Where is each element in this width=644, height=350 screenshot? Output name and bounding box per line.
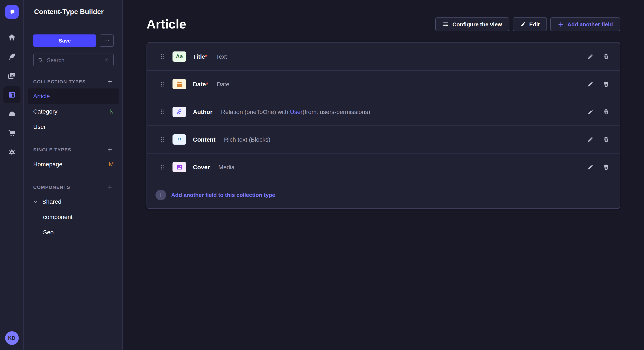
- more-options-button[interactable]: [100, 34, 114, 47]
- component-item-component[interactable]: component: [33, 209, 114, 224]
- ellipsis-icon: [104, 38, 110, 44]
- home-icon[interactable]: [3, 29, 20, 46]
- edit-field-button[interactable]: [587, 164, 594, 171]
- edit-pencil-icon: [520, 21, 526, 27]
- trash-icon: [603, 53, 610, 60]
- sidebar-item-article[interactable]: Article: [28, 88, 119, 104]
- sidebar-title: Content-Type Builder: [34, 8, 104, 16]
- plus-circle-icon: [156, 189, 166, 200]
- field-name: Author: [193, 108, 212, 115]
- blocks-field-icon: [172, 134, 186, 145]
- media-library-icon[interactable]: [3, 67, 20, 84]
- drag-handle-icon[interactable]: [159, 53, 166, 60]
- single-types-section: SINGLE TYPES HomepageM: [33, 146, 114, 172]
- required-mark: *: [205, 53, 208, 60]
- search-box: [33, 54, 114, 66]
- text-field-icon: Aa: [172, 51, 186, 61]
- edit-button[interactable]: Edit: [512, 17, 547, 31]
- pencil-icon: [587, 136, 594, 143]
- trash-icon: [603, 108, 610, 115]
- field-type: Date: [217, 81, 229, 88]
- content-manager-feather-icon[interactable]: [3, 48, 20, 65]
- add-another-field-button[interactable]: Add another field: [550, 17, 620, 31]
- add-component-button[interactable]: [106, 183, 114, 191]
- plus-icon: [107, 184, 113, 190]
- sidebar-header: Content-Type Builder: [24, 0, 122, 24]
- marketplace-cart-icon[interactable]: [3, 125, 20, 142]
- clear-search-icon[interactable]: [104, 57, 109, 62]
- component-item-seo[interactable]: Seo: [33, 224, 114, 240]
- delete-field-button[interactable]: [603, 108, 610, 115]
- content-type-builder-icon[interactable]: [3, 86, 20, 103]
- avatar-initials: KD: [8, 335, 16, 341]
- header-actions: Configure the view Edit Add another fiel…: [436, 17, 620, 31]
- pencil-icon: [587, 164, 594, 171]
- delete-field-button[interactable]: [603, 53, 610, 60]
- field-row-date: Date* Date: [147, 70, 620, 98]
- field-name: Cover: [193, 164, 210, 171]
- field-name: Content: [193, 136, 216, 143]
- drag-handle-icon[interactable]: [159, 136, 166, 143]
- page-title: Article: [146, 17, 186, 31]
- deploy-cloud-icon[interactable]: [3, 105, 20, 123]
- status-badge-n: N: [110, 108, 114, 115]
- fields-table: Aa Title* Text Date* Date: [146, 42, 620, 209]
- strapi-logo-icon: [8, 8, 16, 16]
- edit-field-button[interactable]: [587, 108, 594, 115]
- trash-icon: [603, 81, 610, 88]
- edit-field-button[interactable]: [587, 81, 594, 88]
- collection-types-section: COLLECTION TYPES Article CategoryN User: [33, 77, 114, 134]
- edit-field-button[interactable]: [587, 136, 594, 143]
- field-row-title: Aa Title* Text: [147, 42, 620, 70]
- relation-target-link[interactable]: User: [290, 108, 302, 115]
- pencil-icon: [587, 108, 594, 115]
- settings-gear-icon[interactable]: [3, 144, 20, 161]
- edit-field-button[interactable]: [587, 53, 594, 60]
- main-header: Article Configure the view Edit Add anot…: [146, 0, 620, 31]
- delete-field-button[interactable]: [603, 164, 610, 171]
- rail-footer: KD: [0, 326, 24, 350]
- configure-list-icon: [443, 21, 449, 27]
- field-type: Text: [216, 53, 227, 60]
- avatar[interactable]: KD: [5, 331, 18, 345]
- components-section: COMPONENTS Shared component Seo: [33, 183, 114, 240]
- sidebar-body: Save COLLECTION TYPES Article CategoryN: [24, 24, 122, 240]
- pencil-icon: [587, 81, 594, 88]
- sidebar-item-category[interactable]: CategoryN: [28, 104, 119, 119]
- add-collection-type-button[interactable]: [106, 78, 114, 85]
- date-field-icon: [172, 79, 186, 89]
- field-name: Title*: [193, 53, 208, 60]
- required-mark: *: [206, 81, 208, 88]
- status-badge-m: M: [109, 161, 114, 168]
- chevron-down-icon: [33, 199, 38, 204]
- plus-icon: [107, 147, 113, 153]
- add-field-row[interactable]: Add another field to this collection typ…: [147, 181, 620, 208]
- drag-handle-icon[interactable]: [159, 164, 166, 171]
- field-type: Rich text (Blocks): [224, 136, 270, 143]
- search-input[interactable]: [47, 57, 100, 63]
- field-row-author: Author Relation (oneToOne) with User(fro…: [147, 98, 620, 126]
- strapi-logo[interactable]: [5, 5, 18, 19]
- save-row: Save: [33, 34, 114, 47]
- configure-view-button[interactable]: Configure the view: [436, 17, 510, 31]
- field-name: Date*: [193, 81, 208, 88]
- sidebar-item-user[interactable]: User: [28, 119, 119, 134]
- field-row-cover: Cover Media: [147, 153, 620, 181]
- plus-icon: [107, 79, 113, 85]
- collection-types-label: COLLECTION TYPES: [33, 79, 86, 84]
- sidebar: Content-Type Builder Save COLLECTION TYP…: [24, 0, 123, 350]
- main-content: Article Configure the view Edit Add anot…: [123, 0, 644, 350]
- single-types-label: SINGLE TYPES: [33, 147, 71, 152]
- component-group-shared[interactable]: Shared: [33, 194, 114, 209]
- add-single-type-button[interactable]: [106, 146, 114, 154]
- sidebar-item-homepage[interactable]: HomepageM: [28, 157, 119, 172]
- drag-handle-icon[interactable]: [159, 108, 166, 115]
- plus-icon: [558, 21, 564, 27]
- delete-field-button[interactable]: [603, 81, 610, 88]
- delete-field-button[interactable]: [603, 136, 610, 143]
- main-nav-rail: KD: [0, 0, 24, 350]
- search-icon: [38, 57, 44, 63]
- save-button[interactable]: Save: [33, 34, 96, 47]
- pencil-icon: [587, 53, 594, 60]
- drag-handle-icon[interactable]: [159, 81, 166, 88]
